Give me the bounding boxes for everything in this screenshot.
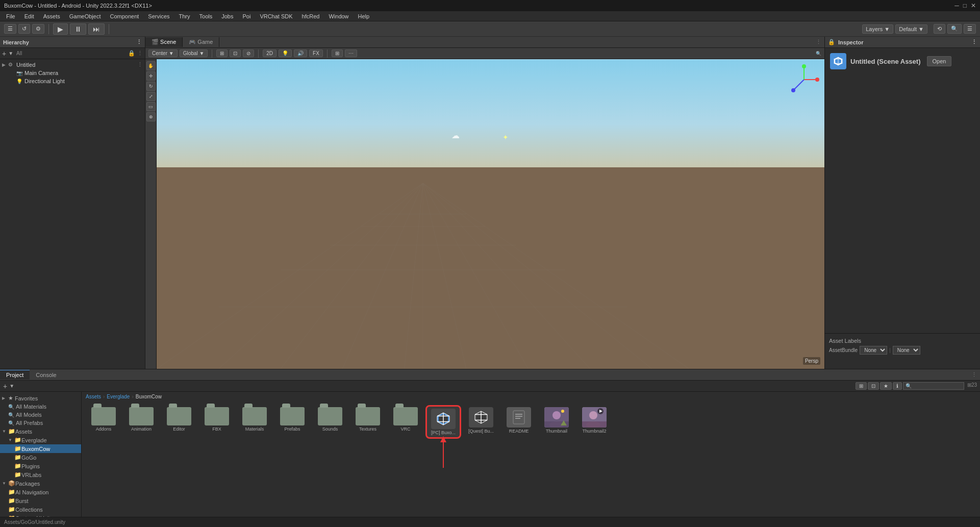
viewport-more-icon[interactable]: ⋮	[813, 39, 824, 45]
project-icon1[interactable]: ⊞	[856, 382, 867, 390]
vt-more-btn[interactable]: ⋯	[345, 49, 357, 57]
tree-all-models[interactable]: 🔍 All Models	[0, 411, 81, 419]
asset-vrc[interactable]: VRC	[388, 405, 423, 439]
inspector-more-icon[interactable]: ⋮	[971, 39, 977, 45]
menu-services[interactable]: Services	[144, 12, 173, 20]
breadcrumb-everglade[interactable]: Everglade	[107, 394, 130, 399]
add-btn[interactable]: +	[3, 382, 7, 390]
play-button[interactable]: ▶	[53, 23, 68, 35]
hierarchy-item-untitled[interactable]: ▶ ⚙ Untitled ⋮	[0, 60, 145, 69]
light-btn[interactable]: 💡	[279, 49, 292, 57]
menu-vrchat-sdk[interactable]: VRChat SDK	[256, 12, 296, 20]
titlebar-controls[interactable]: ─ □ ✕	[954, 2, 976, 9]
scale-tool[interactable]: ⤢	[146, 92, 156, 101]
asset-bundle-dropdown[interactable]: None	[860, 346, 887, 355]
tab-console[interactable]: Console	[30, 370, 62, 380]
project-more-icon[interactable]: ⋮	[968, 371, 980, 378]
asset-variant-dropdown[interactable]: None	[893, 346, 920, 355]
tab-scene[interactable]: 🎬 Scene	[145, 37, 183, 47]
asset-editor[interactable]: Editor	[161, 405, 197, 439]
tree-favorites[interactable]: ▶ ★ Favorites	[0, 394, 81, 403]
asset-pc-buxo[interactable]: [PC] Buxo...	[425, 405, 461, 439]
rect-tool[interactable]: ▭	[146, 102, 156, 111]
asset-sounds[interactable]: Sounds	[312, 405, 348, 439]
tree-ai-nav[interactable]: 📁 AI Navigation	[0, 488, 81, 496]
project-search[interactable]	[903, 382, 964, 390]
vt-icon2[interactable]: ⊡	[230, 49, 241, 57]
tree-assets[interactable]: ▼ 📁 Assets	[0, 427, 81, 436]
menu-thry[interactable]: Thry	[175, 12, 194, 20]
asset-thumbnail2[interactable]: Thumbnail2	[576, 405, 612, 439]
tree-everglade[interactable]: ▼ 📁 Everglade	[0, 436, 81, 444]
vt-icon1[interactable]: ⊞	[216, 49, 228, 57]
menu-component[interactable]: Component	[106, 12, 143, 20]
asset-addons[interactable]: Addons	[86, 405, 121, 439]
toolbar-btn-2[interactable]: ↺	[18, 24, 30, 34]
menu-assets[interactable]: Assets	[39, 12, 64, 20]
maximize-btn[interactable]: □	[963, 2, 967, 9]
audio-btn[interactable]: 🔊	[294, 49, 307, 57]
asset-thumbnail[interactable]: Thumbnail	[539, 405, 574, 439]
menu-hfcred[interactable]: hfcRed	[298, 12, 324, 20]
project-info[interactable]: ℹ	[893, 382, 902, 390]
menu-file[interactable]: File	[2, 12, 19, 20]
hand-tool[interactable]: ✋	[146, 61, 156, 70]
hierarchy-item-main-camera[interactable]: 📷 Main Camera	[0, 69, 145, 77]
close-btn[interactable]: ✕	[971, 2, 976, 9]
tree-collections[interactable]: 📁 Collections	[0, 505, 81, 514]
asset-animation[interactable]: Animation	[123, 405, 159, 439]
hierarchy-menu-icon[interactable]: ⋮	[136, 39, 142, 45]
asset-fbx[interactable]: FBX	[199, 405, 235, 439]
asset-materials[interactable]: Materials	[237, 405, 272, 439]
tree-buxomcow[interactable]: 📁 BuxomCow	[0, 444, 81, 453]
hierarchy-more-icon[interactable]: ⋮	[137, 50, 143, 57]
toolbar-btn-3[interactable]: ⚙	[32, 24, 44, 34]
menu-help[interactable]: Help	[354, 12, 374, 20]
breadcrumb-assets[interactable]: Assets	[86, 394, 101, 399]
search-btn[interactable]: 🔍	[947, 24, 962, 34]
tree-all-prefabs[interactable]: 🔍 All Prefabs	[0, 419, 81, 427]
step-button[interactable]: ⏭	[88, 23, 105, 35]
tab-game[interactable]: 🎮 Game	[183, 37, 219, 47]
scene-gizmo[interactable]	[789, 64, 819, 95]
tree-vrlabs[interactable]: 📁 VRLabs	[0, 470, 81, 479]
scene-view[interactable]: ✋ ✛ ↻ ⤢ ▭ ⊕	[145, 59, 824, 369]
tree-all-materials[interactable]: 🔍 All Materials	[0, 403, 81, 411]
asset-prefabs[interactable]: Prefabs	[274, 405, 310, 439]
inspector-open-btn[interactable]: Open	[927, 56, 952, 66]
transform-tool[interactable]: ⊕	[146, 112, 156, 121]
hierarchy-item-directional-light[interactable]: 💡 Directional Light	[0, 77, 145, 85]
asset-textures[interactable]: Textures	[350, 405, 386, 439]
asset-quest-buxo[interactable]: [Quest] Bu...	[463, 405, 499, 439]
pause-button[interactable]: ⏸	[70, 23, 86, 35]
2d-btn[interactable]: 2D	[263, 49, 277, 57]
fx-btn[interactable]: FX	[309, 49, 323, 57]
project-star[interactable]: ★	[880, 382, 892, 390]
menu-tools[interactable]: Tools	[195, 12, 217, 20]
tab-project[interactable]: Project	[0, 370, 30, 380]
menu-edit[interactable]: Edit	[20, 12, 38, 20]
hierarchy-dropdown-btn[interactable]: ▼	[8, 51, 13, 56]
history-btn[interactable]: ⟲	[934, 24, 945, 34]
tree-gogo[interactable]: 📁 GoGo	[0, 453, 81, 462]
center-btn[interactable]: Center ▼	[148, 49, 178, 57]
menu-window[interactable]: Window	[324, 12, 353, 20]
add-dropdown[interactable]: ▼	[9, 383, 14, 389]
asset-readme[interactable]: README	[501, 405, 537, 439]
default-dropdown[interactable]: Default ▼	[895, 24, 927, 34]
hierarchy-add-btn[interactable]: +	[2, 49, 6, 58]
layers-dropdown[interactable]: Layers ▼	[862, 24, 893, 34]
grid-btn[interactable]: ⊞	[332, 49, 343, 57]
account-btn[interactable]: ☰	[964, 24, 976, 34]
menu-jobs[interactable]: Jobs	[217, 12, 237, 20]
tree-packages[interactable]: ▼ 📦 Packages	[0, 479, 81, 488]
menu-gameobject[interactable]: GameObject	[65, 12, 105, 20]
minimize-btn[interactable]: ─	[954, 2, 959, 9]
move-tool[interactable]: ✛	[146, 71, 156, 81]
tree-burst[interactable]: 📁 Burst	[0, 496, 81, 505]
project-icon2[interactable]: ⊡	[868, 382, 879, 390]
vt-icon3[interactable]: ⊘	[243, 49, 254, 57]
rotate-tool[interactable]: ↻	[146, 82, 156, 91]
global-btn[interactable]: Global ▼	[180, 49, 208, 57]
toolbar-btn-1[interactable]: ☰	[4, 24, 16, 34]
